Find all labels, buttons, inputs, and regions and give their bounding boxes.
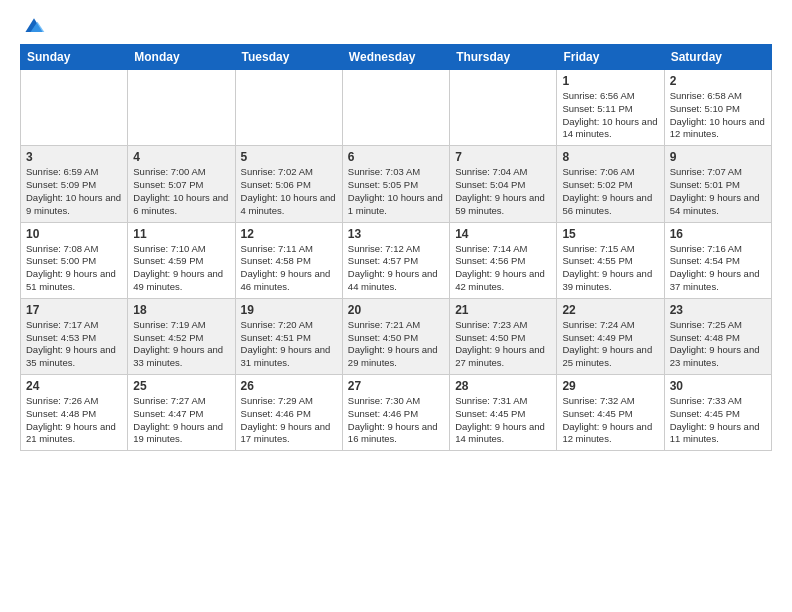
- calendar-cell: 12Sunrise: 7:11 AM Sunset: 4:58 PM Dayli…: [235, 222, 342, 298]
- calendar-cell: 29Sunrise: 7:32 AM Sunset: 4:45 PM Dayli…: [557, 375, 664, 451]
- calendar-cell: [450, 70, 557, 146]
- day-number: 9: [670, 150, 766, 164]
- day-info: Sunrise: 7:04 AM Sunset: 5:04 PM Dayligh…: [455, 166, 551, 217]
- calendar-week-row: 17Sunrise: 7:17 AM Sunset: 4:53 PM Dayli…: [21, 298, 772, 374]
- calendar-week-row: 10Sunrise: 7:08 AM Sunset: 5:00 PM Dayli…: [21, 222, 772, 298]
- day-number: 27: [348, 379, 444, 393]
- calendar-cell: 17Sunrise: 7:17 AM Sunset: 4:53 PM Dayli…: [21, 298, 128, 374]
- day-number: 19: [241, 303, 337, 317]
- calendar-cell: 9Sunrise: 7:07 AM Sunset: 5:01 PM Daylig…: [664, 146, 771, 222]
- calendar-cell: 1Sunrise: 6:56 AM Sunset: 5:11 PM Daylig…: [557, 70, 664, 146]
- calendar-week-row: 24Sunrise: 7:26 AM Sunset: 4:48 PM Dayli…: [21, 375, 772, 451]
- day-info: Sunrise: 7:12 AM Sunset: 4:57 PM Dayligh…: [348, 243, 444, 294]
- day-number: 23: [670, 303, 766, 317]
- day-number: 2: [670, 74, 766, 88]
- calendar-cell: 15Sunrise: 7:15 AM Sunset: 4:55 PM Dayli…: [557, 222, 664, 298]
- day-number: 20: [348, 303, 444, 317]
- calendar-cell: [235, 70, 342, 146]
- day-number: 6: [348, 150, 444, 164]
- day-info: Sunrise: 7:11 AM Sunset: 4:58 PM Dayligh…: [241, 243, 337, 294]
- day-number: 8: [562, 150, 658, 164]
- day-number: 26: [241, 379, 337, 393]
- day-number: 17: [26, 303, 122, 317]
- weekday-header: Saturday: [664, 45, 771, 70]
- day-number: 11: [133, 227, 229, 241]
- calendar-cell: 22Sunrise: 7:24 AM Sunset: 4:49 PM Dayli…: [557, 298, 664, 374]
- logo: [20, 16, 46, 36]
- logo-text: [20, 16, 46, 36]
- day-number: 13: [348, 227, 444, 241]
- calendar-cell: [21, 70, 128, 146]
- calendar-cell: 27Sunrise: 7:30 AM Sunset: 4:46 PM Dayli…: [342, 375, 449, 451]
- calendar-cell: 2Sunrise: 6:58 AM Sunset: 5:10 PM Daylig…: [664, 70, 771, 146]
- weekday-header: Tuesday: [235, 45, 342, 70]
- day-number: 25: [133, 379, 229, 393]
- calendar-cell: 30Sunrise: 7:33 AM Sunset: 4:45 PM Dayli…: [664, 375, 771, 451]
- weekday-header-row: SundayMondayTuesdayWednesdayThursdayFrid…: [21, 45, 772, 70]
- day-number: 10: [26, 227, 122, 241]
- day-info: Sunrise: 7:06 AM Sunset: 5:02 PM Dayligh…: [562, 166, 658, 217]
- day-number: 29: [562, 379, 658, 393]
- calendar: SundayMondayTuesdayWednesdayThursdayFrid…: [20, 44, 772, 451]
- calendar-cell: 14Sunrise: 7:14 AM Sunset: 4:56 PM Dayli…: [450, 222, 557, 298]
- calendar-cell: 19Sunrise: 7:20 AM Sunset: 4:51 PM Dayli…: [235, 298, 342, 374]
- calendar-cell: 8Sunrise: 7:06 AM Sunset: 5:02 PM Daylig…: [557, 146, 664, 222]
- day-info: Sunrise: 7:00 AM Sunset: 5:07 PM Dayligh…: [133, 166, 229, 217]
- day-info: Sunrise: 7:03 AM Sunset: 5:05 PM Dayligh…: [348, 166, 444, 217]
- day-info: Sunrise: 7:16 AM Sunset: 4:54 PM Dayligh…: [670, 243, 766, 294]
- calendar-cell: 26Sunrise: 7:29 AM Sunset: 4:46 PM Dayli…: [235, 375, 342, 451]
- day-info: Sunrise: 6:56 AM Sunset: 5:11 PM Dayligh…: [562, 90, 658, 141]
- day-info: Sunrise: 7:15 AM Sunset: 4:55 PM Dayligh…: [562, 243, 658, 294]
- day-info: Sunrise: 6:58 AM Sunset: 5:10 PM Dayligh…: [670, 90, 766, 141]
- day-number: 22: [562, 303, 658, 317]
- calendar-cell: 13Sunrise: 7:12 AM Sunset: 4:57 PM Dayli…: [342, 222, 449, 298]
- day-number: 28: [455, 379, 551, 393]
- calendar-cell: 21Sunrise: 7:23 AM Sunset: 4:50 PM Dayli…: [450, 298, 557, 374]
- calendar-cell: 25Sunrise: 7:27 AM Sunset: 4:47 PM Dayli…: [128, 375, 235, 451]
- calendar-cell: [342, 70, 449, 146]
- header: [20, 16, 772, 36]
- day-info: Sunrise: 7:32 AM Sunset: 4:45 PM Dayligh…: [562, 395, 658, 446]
- day-number: 5: [241, 150, 337, 164]
- calendar-cell: 6Sunrise: 7:03 AM Sunset: 5:05 PM Daylig…: [342, 146, 449, 222]
- weekday-header: Sunday: [21, 45, 128, 70]
- day-number: 21: [455, 303, 551, 317]
- day-info: Sunrise: 7:07 AM Sunset: 5:01 PM Dayligh…: [670, 166, 766, 217]
- calendar-week-row: 1Sunrise: 6:56 AM Sunset: 5:11 PM Daylig…: [21, 70, 772, 146]
- day-info: Sunrise: 7:21 AM Sunset: 4:50 PM Dayligh…: [348, 319, 444, 370]
- day-info: Sunrise: 7:26 AM Sunset: 4:48 PM Dayligh…: [26, 395, 122, 446]
- day-info: Sunrise: 7:19 AM Sunset: 4:52 PM Dayligh…: [133, 319, 229, 370]
- calendar-cell: 4Sunrise: 7:00 AM Sunset: 5:07 PM Daylig…: [128, 146, 235, 222]
- day-info: Sunrise: 7:14 AM Sunset: 4:56 PM Dayligh…: [455, 243, 551, 294]
- day-number: 15: [562, 227, 658, 241]
- calendar-cell: 10Sunrise: 7:08 AM Sunset: 5:00 PM Dayli…: [21, 222, 128, 298]
- calendar-cell: 11Sunrise: 7:10 AM Sunset: 4:59 PM Dayli…: [128, 222, 235, 298]
- calendar-cell: 24Sunrise: 7:26 AM Sunset: 4:48 PM Dayli…: [21, 375, 128, 451]
- day-info: Sunrise: 7:30 AM Sunset: 4:46 PM Dayligh…: [348, 395, 444, 446]
- day-info: Sunrise: 6:59 AM Sunset: 5:09 PM Dayligh…: [26, 166, 122, 217]
- calendar-cell: 3Sunrise: 6:59 AM Sunset: 5:09 PM Daylig…: [21, 146, 128, 222]
- day-info: Sunrise: 7:17 AM Sunset: 4:53 PM Dayligh…: [26, 319, 122, 370]
- weekday-header: Friday: [557, 45, 664, 70]
- calendar-week-row: 3Sunrise: 6:59 AM Sunset: 5:09 PM Daylig…: [21, 146, 772, 222]
- day-number: 18: [133, 303, 229, 317]
- day-number: 12: [241, 227, 337, 241]
- day-info: Sunrise: 7:29 AM Sunset: 4:46 PM Dayligh…: [241, 395, 337, 446]
- calendar-cell: 20Sunrise: 7:21 AM Sunset: 4:50 PM Dayli…: [342, 298, 449, 374]
- calendar-cell: 7Sunrise: 7:04 AM Sunset: 5:04 PM Daylig…: [450, 146, 557, 222]
- day-number: 3: [26, 150, 122, 164]
- calendar-cell: 5Sunrise: 7:02 AM Sunset: 5:06 PM Daylig…: [235, 146, 342, 222]
- day-number: 7: [455, 150, 551, 164]
- day-number: 16: [670, 227, 766, 241]
- weekday-header: Monday: [128, 45, 235, 70]
- day-number: 30: [670, 379, 766, 393]
- weekday-header: Thursday: [450, 45, 557, 70]
- calendar-cell: 18Sunrise: 7:19 AM Sunset: 4:52 PM Dayli…: [128, 298, 235, 374]
- day-info: Sunrise: 7:24 AM Sunset: 4:49 PM Dayligh…: [562, 319, 658, 370]
- page: SundayMondayTuesdayWednesdayThursdayFrid…: [0, 0, 792, 461]
- day-number: 4: [133, 150, 229, 164]
- day-info: Sunrise: 7:23 AM Sunset: 4:50 PM Dayligh…: [455, 319, 551, 370]
- calendar-cell: 28Sunrise: 7:31 AM Sunset: 4:45 PM Dayli…: [450, 375, 557, 451]
- day-number: 24: [26, 379, 122, 393]
- day-info: Sunrise: 7:31 AM Sunset: 4:45 PM Dayligh…: [455, 395, 551, 446]
